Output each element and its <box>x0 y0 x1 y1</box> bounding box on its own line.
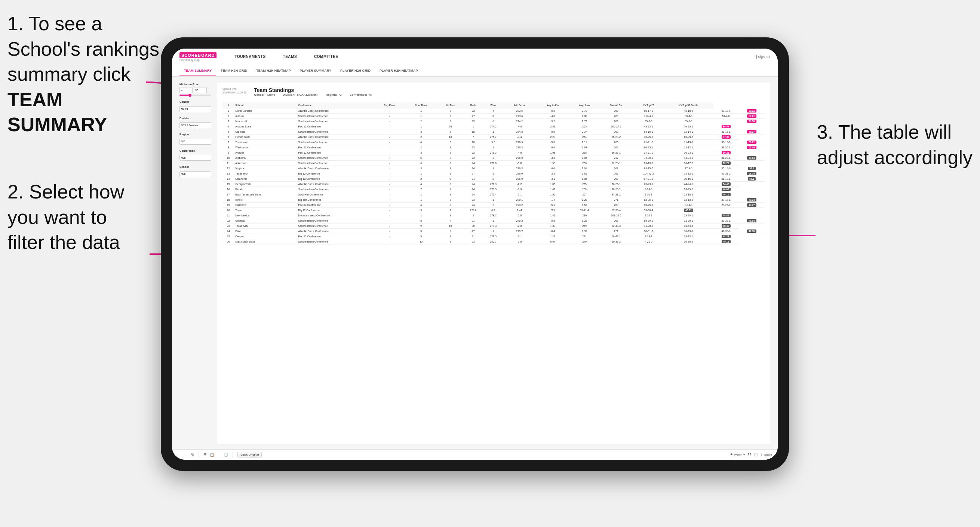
table-cell: 6 <box>438 140 463 145</box>
table-cell: -5.5 <box>536 140 570 145</box>
table-cell: 278.7 <box>484 213 503 218</box>
min-rounds-min-input[interactable] <box>180 87 192 93</box>
table-cell: 8 <box>438 197 463 203</box>
table-cell: 87-21-2 <box>599 192 633 197</box>
toolbar-paste-icon[interactable]: 📋 <box>210 452 214 457</box>
region-select[interactable]: N/A <box>180 139 211 144</box>
table-cell: 2 <box>404 119 437 124</box>
table-cell: -5.2 <box>536 108 570 114</box>
toolbar-copy-icon[interactable]: ☵ <box>204 452 207 457</box>
col-conference: Conference <box>297 102 374 108</box>
share-button[interactable]: ⇧ Share <box>760 453 772 456</box>
table-cell: 6 <box>404 161 437 166</box>
table-cell: 9 <box>438 108 463 114</box>
table-cell: 20-39-1 <box>713 218 739 224</box>
view-original-button[interactable]: View: Original <box>237 452 262 457</box>
toolbar-clock-icon[interactable]: 🕐 <box>224 452 228 457</box>
table-cell: 80.58 <box>713 124 739 129</box>
sub-navigation: TEAM SUMMARY TEAM H2H GRID TEAM H2H HEAT… <box>172 65 778 77</box>
table-cell: 61-21-0 <box>633 140 664 145</box>
table-cell: 23 <box>463 119 483 124</box>
min-rounds-max-input[interactable] <box>194 87 207 93</box>
table-cell: 268 <box>599 166 633 171</box>
table-cell: 24 <box>463 176 483 182</box>
toolbar-forward-icon[interactable]: → <box>185 452 188 457</box>
watch-button[interactable]: 👁 Watch ▾ <box>730 453 745 456</box>
table-cell: Southeastern Conference <box>297 129 374 135</box>
table-cell: 8 <box>438 182 463 187</box>
table-cell: North Carolina <box>234 108 297 114</box>
table-cell: 278.6 <box>463 208 483 213</box>
col-overall: Overall Ra. <box>599 102 633 108</box>
table-cell: 3 <box>484 156 503 161</box>
table-cell: 23 <box>463 145 483 150</box>
table-cell: 44-24-1 <box>664 182 713 187</box>
share-label: Share <box>764 453 772 456</box>
conference-select[interactable]: (All) <box>180 155 211 161</box>
table-cell: -3.6 <box>536 156 570 161</box>
division-select[interactable]: NCAA Division I <box>180 122 211 128</box>
table-cell: 89.11 <box>739 108 765 114</box>
filter-bar-region-value: All <box>339 93 342 97</box>
tablet-device: SCOREBOARD Powered by clippi TOURNAMENTS… <box>161 37 789 471</box>
table-cell: 3 <box>404 150 437 156</box>
filter-bar: Gender: Men's Division: NCAA Division I … <box>254 93 372 97</box>
table-cell: Big 12 Conference <box>297 176 374 182</box>
table-cell: 1 <box>484 218 503 224</box>
table-cell: California <box>234 203 297 208</box>
table-cell: -3.1 <box>503 234 536 239</box>
table-cell: 54-4-0 <box>713 114 739 119</box>
table-cell: 9 <box>438 114 463 119</box>
tab-player-h2h-heatmap[interactable]: PLAYER H2H HEATMAP <box>375 66 423 76</box>
table-cell: 1 <box>404 213 437 218</box>
table-cell: 23-23-1 <box>633 182 664 187</box>
table-cell: Atlantic Coast Conference <box>297 229 374 234</box>
table-title: Team Standings <box>254 87 372 93</box>
min-rounds-slider[interactable] <box>180 95 211 96</box>
table-cell: New Mexico <box>234 213 297 218</box>
table-cell: Pac-12 Conference <box>297 150 374 156</box>
table-cell: 43-23-1 <box>633 124 664 129</box>
table-cell: 2 <box>404 176 437 182</box>
toolbar-grid-icon[interactable]: ☷ <box>748 452 751 457</box>
gender-select[interactable]: Men's Women's <box>180 106 211 112</box>
table-cell: 5 <box>404 234 437 239</box>
toolbar-back-icon[interactable]: ← <box>178 452 181 457</box>
table-cell: 15 <box>223 182 234 187</box>
watch-label: Watch <box>734 453 742 456</box>
table-cell: Washington <box>234 145 297 150</box>
update-time-value: 27/03/2024 16:56:26 <box>223 91 247 95</box>
toolbar-reload-icon[interactable]: ↻ <box>191 452 194 457</box>
table-cell: Alabama <box>234 156 297 161</box>
tab-team-h2h-grid[interactable]: TEAM H2H GRID <box>216 66 251 76</box>
table-cell: 6 <box>484 119 503 124</box>
table-cell: - <box>374 129 405 135</box>
table-cell: 271 <box>570 234 599 239</box>
table-cell: 1.85 <box>570 176 599 182</box>
filter-bar-division: Division: NCAA Division I <box>283 93 318 97</box>
table-cell: 36-17-2 <box>664 161 713 166</box>
nav-teams[interactable]: TEAMS <box>280 53 300 60</box>
table-cell: Florida <box>234 187 297 192</box>
nav-tournaments[interactable]: TOURNAMENTS <box>231 53 269 60</box>
table-cell: 9-24-0 <box>633 187 664 192</box>
table-cell: 2.11 <box>570 140 599 145</box>
table-cell: 276.9 <box>503 156 536 161</box>
table-cell: 7 <box>438 208 463 213</box>
tab-team-h2h-heatmap[interactable]: TEAM H2H HEATMAP <box>251 66 295 76</box>
table-cell: 16 <box>223 187 234 192</box>
tab-player-h2h-grid[interactable]: PLAYER H2H GRID <box>336 66 375 76</box>
table-cell: -5.0 <box>536 129 570 135</box>
table-row: 5Ole MissSoutheastern Conference-3618127… <box>223 129 765 135</box>
sign-out-button[interactable]: | Sign out <box>756 55 770 59</box>
table-cell: 5 <box>404 156 437 161</box>
school-select[interactable]: (All) <box>180 171 211 177</box>
tab-player-summary[interactable]: PLAYER SUMMARY <box>295 66 336 76</box>
nav-committee[interactable]: COMMITTEE <box>311 53 341 60</box>
table-cell: 48.84 <box>713 213 739 218</box>
toolbar-fullscreen-icon[interactable]: ❏ <box>754 452 757 457</box>
table-cell: 1.39 <box>570 229 599 234</box>
table-cell: 258 <box>570 187 599 192</box>
tab-team-summary[interactable]: TEAM SUMMARY <box>180 66 216 76</box>
table-cell: 60.04 <box>739 156 765 161</box>
